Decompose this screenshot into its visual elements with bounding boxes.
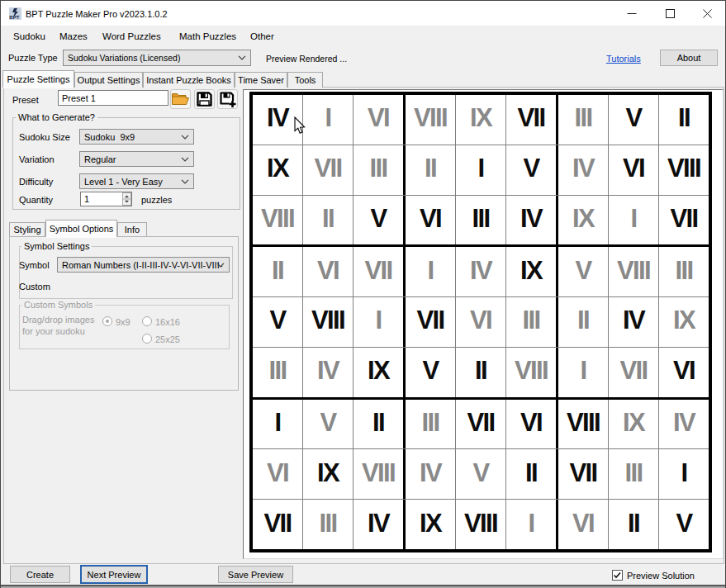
- svg-text:BPT: BPT: [9, 14, 20, 20]
